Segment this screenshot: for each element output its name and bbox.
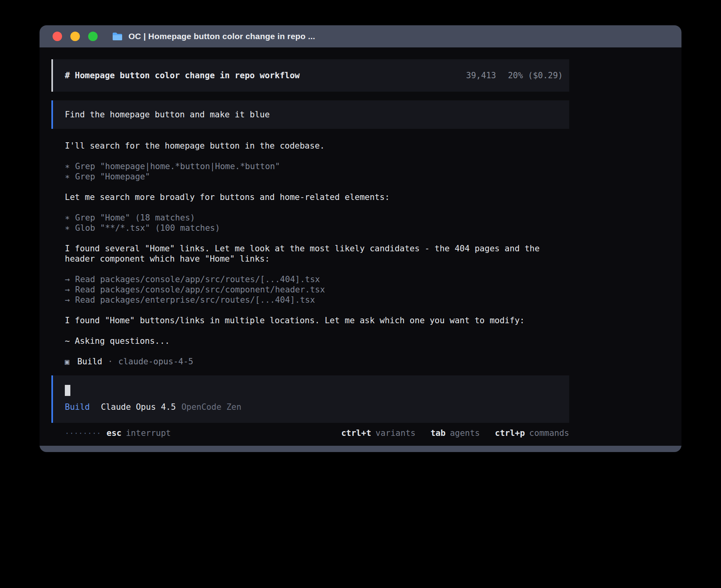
status-bar: ········ esc interrupt ctrl+t variants t… — [51, 428, 569, 438]
traffic-lights — [53, 32, 98, 41]
terminal-content: # Homepage button color change in repo w… — [40, 47, 681, 446]
tool-call-text: Grep "homepage|home.*button|Home.*button… — [75, 162, 280, 171]
tool-call-text: Read packages/enterprise/src/routes/[...… — [75, 295, 315, 305]
tool-bullet-icon: ∗ — [65, 213, 75, 223]
hint-commands: ctrl+p commands — [495, 428, 569, 438]
active-agent-label[interactable]: Build — [65, 402, 90, 412]
tool-call-text: Grep "Home" (18 matches) — [75, 213, 195, 222]
window-title: OC | Homepage button color change in rep… — [128, 32, 315, 41]
interrupt-label: interrupt — [126, 428, 171, 438]
tool-call-group: ∗Grep "Home" (18 matches) ∗Glob "**/*.ts… — [65, 213, 569, 233]
tool-call-grep: ∗Grep "Homepage" — [65, 172, 569, 182]
tool-call-group: →Read packages/console/app/src/routes/[.… — [65, 274, 569, 305]
assistant-text: I'll search for the homepage button in t… — [65, 141, 569, 151]
tab-key-hint: tab — [430, 428, 445, 438]
assistant-text: Let me search more broadly for buttons a… — [65, 192, 569, 202]
terminal-window: OC | Homepage button color change in rep… — [40, 25, 681, 452]
tool-bullet-icon: ∗ — [65, 223, 75, 233]
tool-call-glob: ∗Glob "**/*.tsx" (100 matches) — [65, 223, 569, 233]
assistant-text: I found several "Home" links. Let me loo… — [65, 243, 569, 264]
spinner-dots: ········ — [65, 429, 101, 437]
ctrl-p-key-hint: ctrl+p — [495, 428, 525, 438]
separator-dot: · — [108, 356, 113, 367]
esc-key-hint: esc — [107, 428, 122, 438]
provider-label: OpenCode Zen — [181, 402, 242, 412]
session-header: # Homepage button color change in repo w… — [51, 59, 569, 92]
window-titlebar: OC | Homepage button color change in rep… — [40, 25, 681, 47]
folder-icon — [112, 32, 123, 41]
tool-call-read: →Read packages/enterprise/src/routes/[..… — [65, 295, 569, 305]
agent-name: Build — [77, 356, 102, 367]
hint-variants: ctrl+t variants — [341, 428, 415, 438]
arrow-icon: → — [65, 295, 75, 305]
active-model-label[interactable]: Claude Opus 4.5 — [101, 402, 176, 412]
conversation: I'll search for the homepage button in t… — [51, 141, 569, 367]
tool-call-grep: ∗Grep "Home" (18 matches) — [65, 213, 569, 223]
user-message: Find the homepage button and make it blu… — [51, 100, 569, 129]
hint-agents: tab agents — [430, 428, 480, 438]
session-stats: 39,413 20% ($0.29) — [466, 71, 563, 80]
commands-label: commands — [529, 428, 569, 438]
agents-label: agents — [450, 428, 480, 438]
working-status: ~ Asking questions... — [65, 336, 569, 346]
arrow-icon: → — [65, 274, 75, 285]
tool-call-text: Glob "**/*.tsx" (100 matches) — [75, 223, 220, 233]
ctrl-t-key-hint: ctrl+t — [341, 428, 371, 438]
tool-call-text: Grep "Homepage" — [75, 172, 150, 181]
prompt-input[interactable]: Build Claude Opus 4.5 OpenCode Zen — [51, 375, 569, 423]
assistant-text: I found "Home" buttons/links in multiple… — [65, 315, 569, 326]
agent-badge-icon: ▣ — [65, 356, 69, 367]
tool-call-text: Read packages/console/app/src/component/… — [75, 285, 325, 294]
tool-call-text: Read packages/console/app/src/routes/[..… — [75, 275, 320, 284]
tool-call-group: ∗Grep "homepage|home.*button|Home.*butto… — [65, 161, 569, 182]
agent-attribution: ▣ Build · claude-opus-4-5 — [65, 356, 569, 367]
tool-call-read: →Read packages/console/app/src/component… — [65, 285, 569, 295]
tool-call-read: →Read packages/console/app/src/routes/[.… — [65, 274, 569, 285]
token-count: 39,413 — [466, 71, 496, 80]
close-button[interactable] — [53, 32, 62, 41]
session-title: # Homepage button color change in repo w… — [65, 71, 300, 80]
tool-bullet-icon: ∗ — [65, 172, 75, 182]
context-cost: 20% ($0.29) — [508, 71, 563, 80]
user-message-text: Find the homepage button and make it blu… — [65, 110, 270, 119]
tool-bullet-icon: ∗ — [65, 161, 75, 172]
variants-label: variants — [376, 428, 415, 438]
input-footer: Build Claude Opus 4.5 OpenCode Zen — [65, 402, 569, 412]
tool-call-grep: ∗Grep "homepage|home.*button|Home.*butto… — [65, 161, 569, 172]
minimize-button[interactable] — [70, 32, 80, 41]
arrow-icon: → — [65, 285, 75, 295]
text-cursor — [65, 385, 70, 396]
zoom-button[interactable] — [88, 32, 98, 41]
agent-model: claude-opus-4-5 — [118, 356, 193, 367]
